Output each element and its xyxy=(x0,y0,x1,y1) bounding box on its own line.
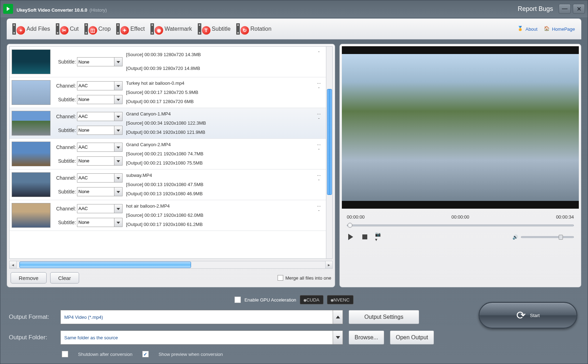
shutdown-label: Shutdown after conversion xyxy=(78,352,132,357)
remove-button[interactable]: Remove xyxy=(11,272,47,284)
video-thumbnail xyxy=(12,142,51,166)
gpu-label: Enable GPU Acceleration xyxy=(244,297,296,303)
camera-icon: 📷▾ xyxy=(375,232,383,242)
subtitle-select[interactable]: None xyxy=(77,57,123,66)
minimize-button[interactable]: — xyxy=(559,4,571,14)
channel-label: Channel: xyxy=(53,175,76,181)
output-format-label: Output Format: xyxy=(9,314,55,321)
preview-area xyxy=(342,46,579,209)
channel-select[interactable]: AAC xyxy=(77,143,123,152)
file-info: Grand Canyon-2.MP4[Source] 00:00:21 1920… xyxy=(123,139,312,169)
scissors-icon: ✂ xyxy=(60,26,69,35)
volume-icon[interactable]: 🔊 xyxy=(512,234,518,240)
cut-button[interactable]: ✂Cut xyxy=(53,20,82,37)
volume-slider[interactable] xyxy=(521,236,574,238)
subtitle-button[interactable]: TSubtitle xyxy=(195,20,233,37)
row-flag: ...- xyxy=(312,200,326,231)
video-thumbnail xyxy=(12,172,51,197)
snapshot-button[interactable]: 📷▾ xyxy=(375,233,383,241)
channel-select[interactable]: AAC xyxy=(77,81,123,90)
channel-label: Channel: xyxy=(53,114,76,119)
channel-select[interactable]: AAC xyxy=(77,112,123,121)
file-row[interactable]: Channel:AACSubtitle:NoneGrand Canyon-2.M… xyxy=(10,139,326,169)
file-info: hot air balloon-2.MP4[Source] 00:00:17 1… xyxy=(123,200,312,231)
channel-label: Channel: xyxy=(53,144,76,150)
subtitle-label: Subtitle: xyxy=(53,220,76,225)
seek-slider[interactable] xyxy=(347,222,574,228)
subtitle-select[interactable]: None xyxy=(77,187,123,196)
subtitle-label: Subtitle: xyxy=(53,189,76,195)
file-row[interactable]: Channel:AACSubtitle:Nonesubway.MP4[Sourc… xyxy=(10,169,326,200)
subtitle-select[interactable]: None xyxy=(77,95,123,104)
file-row[interactable]: Channel:AACSubtitle:Nonehot air balloon-… xyxy=(10,200,326,231)
row-flag: ...- xyxy=(312,139,326,169)
effect-button[interactable]: ✦Effect xyxy=(113,20,148,37)
merge-checkbox[interactable]: Merge all files into one xyxy=(278,275,331,281)
file-info: subway.MP4[Source] 00:00:13 1920x1080 47… xyxy=(123,169,312,200)
window-title: UkeySoft Video Converter 10.6.0 (History… xyxy=(17,4,107,14)
titlebar: UkeySoft Video Converter 10.6.0 (History… xyxy=(0,0,588,17)
video-thumbnail xyxy=(12,111,51,136)
subtitle-select[interactable]: None xyxy=(77,218,123,227)
video-thumbnail xyxy=(12,80,51,105)
gpu-checkbox[interactable] xyxy=(234,297,241,303)
output-folder-label: Output Folder: xyxy=(9,334,55,341)
home-icon: 🏠 xyxy=(544,26,550,32)
clear-button[interactable]: Clear xyxy=(50,272,79,284)
play-icon xyxy=(348,234,353,240)
plus-icon: + xyxy=(17,26,25,35)
output-format-select[interactable]: MP4 Video (*.mp4) xyxy=(60,310,343,324)
main-toolbar: +Add Files ✂Cut ◫Crop ✦Effect ◉Watermark… xyxy=(7,18,581,40)
browse-button[interactable]: Browse... xyxy=(349,330,384,345)
row-flag: ...- xyxy=(312,108,326,138)
channel-select[interactable]: AAC xyxy=(77,173,123,183)
time-display: 00:00:0000:00:0000:00:34 xyxy=(340,211,581,221)
stop-icon xyxy=(362,234,367,239)
play-button[interactable] xyxy=(347,233,355,241)
crop-button[interactable]: ◫Crop xyxy=(82,20,114,37)
file-list: Subtitle:None[Source] 00:00:39 1280x720 … xyxy=(9,46,333,259)
file-row[interactable]: Subtitle:None[Source] 00:00:39 1280x720 … xyxy=(10,47,326,77)
close-button[interactable]: ✕ xyxy=(573,4,585,14)
subtitle-select[interactable]: None xyxy=(77,156,123,166)
preview-checkbox[interactable]: ✓ xyxy=(142,351,149,357)
add-files-button[interactable]: +Add Files xyxy=(10,20,53,37)
refresh-icon: ⟳ xyxy=(516,309,526,322)
file-info: Turkey hot air balloon-0.mp4[Source] 00:… xyxy=(123,77,312,108)
video-thumbnail xyxy=(12,203,51,228)
report-bugs-link[interactable]: Report Bugs xyxy=(518,5,553,13)
horizontal-scrollbar[interactable]: ◄► xyxy=(9,261,333,269)
subtitle-label: Subtitle: xyxy=(53,59,76,65)
subtitle-select[interactable]: None xyxy=(77,126,123,135)
channel-select[interactable]: AAC xyxy=(77,204,123,213)
rotation-button[interactable]: ↻Rotation xyxy=(233,20,274,37)
output-folder-select[interactable]: Same folder as the source xyxy=(60,330,343,345)
subtitle-label: Subtitle: xyxy=(53,158,76,164)
file-info: [Source] 00:00:39 1280x720 14.3MB[Output… xyxy=(123,47,312,77)
row-flag: ...- xyxy=(312,77,326,108)
stop-button[interactable] xyxy=(361,233,369,241)
row-flag: - xyxy=(312,47,326,77)
video-thumbnail xyxy=(12,49,51,74)
start-button[interactable]: ⟳ Start xyxy=(479,302,577,329)
text-icon: T xyxy=(202,26,210,35)
homepage-link[interactable]: 🏠HomePage xyxy=(544,26,575,32)
open-output-button[interactable]: Open Output xyxy=(390,330,434,345)
shutdown-checkbox[interactable] xyxy=(62,351,68,357)
subtitle-label: Subtitle: xyxy=(53,97,76,102)
drop-icon: ◉ xyxy=(155,26,163,35)
row-flag: ...- xyxy=(312,169,326,200)
file-row[interactable]: Channel:AACSubtitle:NoneGrand Canyon-1.M… xyxy=(10,108,326,139)
app-logo-icon xyxy=(3,4,13,14)
wand-icon: ✦ xyxy=(120,26,129,35)
file-row[interactable]: Channel:AACSubtitle:NoneTurkey hot air b… xyxy=(10,77,326,108)
preview-label: Show preview when conversion xyxy=(159,352,223,357)
nvenc-badge: ◉ NVENC xyxy=(327,295,354,304)
subtitle-label: Subtitle: xyxy=(53,127,76,133)
file-list-panel: Subtitle:None[Source] 00:00:39 1280x720 … xyxy=(7,44,335,287)
output-settings-button[interactable]: Output Settings xyxy=(349,310,419,324)
vertical-scrollbar[interactable] xyxy=(326,47,332,258)
preview-panel: 00:00:0000:00:0000:00:34 📷▾ 🔊 xyxy=(339,44,581,287)
watermark-button[interactable]: ◉Watermark xyxy=(148,20,195,37)
about-link[interactable]: 🏅About xyxy=(517,26,537,32)
